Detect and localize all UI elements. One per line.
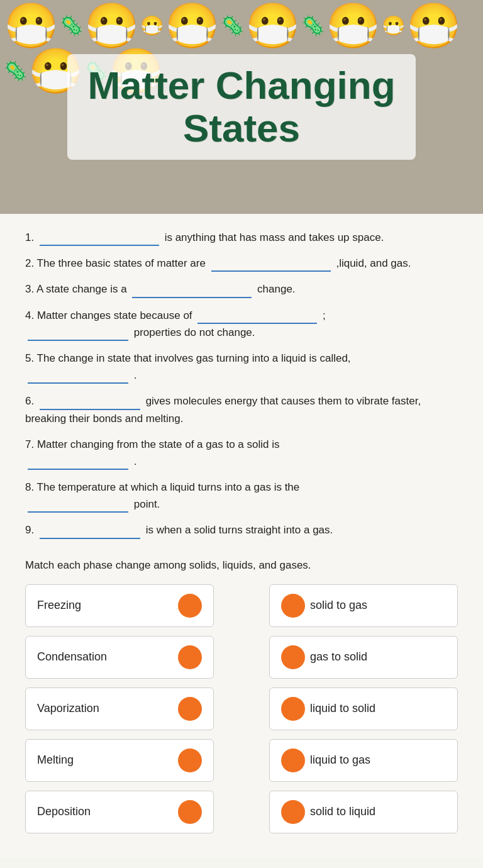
blank-4b[interactable] (28, 328, 128, 341)
match-row-3: Vaporization liquid to solid (25, 687, 458, 730)
match-label-deposition: Deposition (37, 805, 91, 818)
match-label-condensation: Condensation (37, 650, 107, 664)
blank-9[interactable] (40, 526, 140, 539)
question-6: 6. gives molecules energy that causes th… (25, 392, 458, 426)
person-icon-4: 😷 (245, 4, 300, 48)
match-card-condensation[interactable]: Condensation (25, 636, 214, 679)
match-row-2: Condensation gas to solid (25, 636, 458, 679)
q5-text-before: The change in state that involves gas tu… (37, 352, 351, 364)
dot-melting[interactable] (178, 748, 202, 772)
q3-text-before: A state change is a (36, 283, 127, 295)
q9-text-after: is when a solid turns straight into a ga… (146, 524, 333, 536)
person-icon-2: 😷 (84, 4, 139, 48)
blank-7[interactable] (28, 457, 128, 470)
dot-liquid-to-solid[interactable] (281, 697, 305, 721)
match-card-freezing[interactable]: Freezing (25, 584, 214, 627)
dot-freezing[interactable] (178, 594, 202, 618)
person-icon-3: 😷 (165, 4, 219, 48)
dot-condensation[interactable] (178, 645, 202, 669)
match-label-solid-to-liquid: solid to liquid (310, 805, 375, 818)
match-label-vaporization: Vaporization (37, 702, 99, 715)
q4-text-before: Matter changes state because of (37, 309, 192, 321)
blank-2[interactable] (211, 259, 331, 272)
dot-solid-to-gas[interactable] (281, 594, 305, 618)
question-2: 2. The three basic states of matter are … (25, 255, 458, 272)
blank-4a[interactable] (197, 311, 317, 324)
blank-5[interactable] (28, 371, 128, 384)
match-grid: Freezing solid to gas Condensation gas t… (25, 584, 458, 833)
blank-8[interactable] (28, 500, 128, 513)
content-area: 1. is anything that has mass and takes u… (0, 214, 483, 859)
question-1: 1. is anything that has mass and takes u… (25, 229, 458, 246)
question-9: 9. is when a solid turns straight into a… (25, 521, 458, 538)
question-5: 5. The change in state that involves gas… (25, 350, 458, 384)
q1-text: is anything that has mass and takes up s… (165, 231, 384, 243)
match-section: Match each phase change among solids, li… (25, 559, 458, 833)
match-label-gas-to-solid: gas to solid (310, 650, 367, 664)
match-card-vaporization[interactable]: Vaporization (25, 687, 214, 730)
virus-icon-4: 🦠 (4, 62, 27, 81)
q7-text-after: . (134, 455, 137, 467)
mask-icon-1: 😷 (140, 16, 164, 35)
questions-section: 1. is anything that has mass and takes u… (25, 229, 458, 539)
q7-text-before: Matter changing from the state of a gas … (37, 438, 280, 450)
hero-title-box: Matter Changing States (67, 54, 415, 160)
hero-title-line1: Matter Changing (87, 64, 395, 107)
q4-text-after2: properties do not change. (134, 326, 255, 338)
virus-icon-1: 🦠 (60, 16, 83, 35)
match-card-liquid-to-solid[interactable]: liquid to solid (269, 687, 458, 730)
dot-vaporization[interactable] (178, 697, 202, 721)
hero-title: Matter Changing States (87, 64, 395, 150)
blank-6[interactable] (40, 398, 140, 410)
match-card-gas-to-solid[interactable]: gas to solid (269, 636, 458, 679)
match-row-4: Melting liquid to gas (25, 739, 458, 782)
person-icon-6: 😷 (406, 4, 461, 48)
match-card-melting[interactable]: Melting (25, 739, 214, 782)
match-label-melting: Melting (37, 754, 74, 767)
q5-text-after: . (134, 369, 137, 381)
dot-liquid-to-gas[interactable] (281, 748, 305, 772)
hero-section: 😷 🦠 😷 😷 😷 🦠 😷 🦠 😷 😷 😷 🦠 😷 🦠 😷 Matter Cha… (0, 0, 483, 214)
question-8: 8. The temperature at which a liquid tur… (25, 479, 458, 513)
q8-text-after: point. (134, 498, 160, 510)
match-label-solid-to-gas: solid to gas (310, 599, 367, 612)
virus-icon-3: 🦠 (301, 16, 325, 35)
hero-title-line2: States (183, 106, 300, 150)
match-card-deposition[interactable]: Deposition (25, 791, 214, 833)
person-icon-1: 😷 (4, 4, 58, 48)
match-label-liquid-to-gas: liquid to gas (310, 754, 370, 767)
q8-text-before: The temperature at which a liquid turns … (37, 481, 300, 493)
match-card-solid-to-liquid[interactable]: solid to liquid (269, 791, 458, 833)
match-label-liquid-to-solid: liquid to solid (310, 702, 375, 715)
match-row-5: Deposition solid to liquid (25, 791, 458, 833)
question-4: 4. Matter changes state because of ; pro… (25, 307, 458, 341)
match-label-freezing: Freezing (37, 599, 81, 612)
q2-text-before: The three basic states of matter are (37, 257, 206, 269)
match-row-1: Freezing solid to gas (25, 584, 458, 627)
match-card-liquid-to-gas[interactable]: liquid to gas (269, 739, 458, 782)
match-intro: Match each phase change among solids, li… (25, 559, 458, 572)
q3-text-after: change. (257, 283, 296, 295)
q2-text-after: ,liquid, and gas. (336, 257, 411, 269)
virus-icon-2: 🦠 (221, 16, 244, 35)
person-icon-5: 😷 (326, 4, 380, 48)
dot-solid-to-liquid[interactable] (281, 800, 305, 824)
dot-gas-to-solid[interactable] (281, 645, 305, 669)
blank-1[interactable] (40, 233, 159, 246)
question-3: 3. A state change is a change. (25, 281, 458, 298)
blank-3[interactable] (132, 286, 252, 298)
dot-deposition[interactable] (178, 800, 202, 824)
mask-icon-2: 😷 (382, 16, 405, 35)
match-card-solid-to-gas[interactable]: solid to gas (269, 584, 458, 627)
question-7: 7. Matter changing from the state of a g… (25, 436, 458, 470)
